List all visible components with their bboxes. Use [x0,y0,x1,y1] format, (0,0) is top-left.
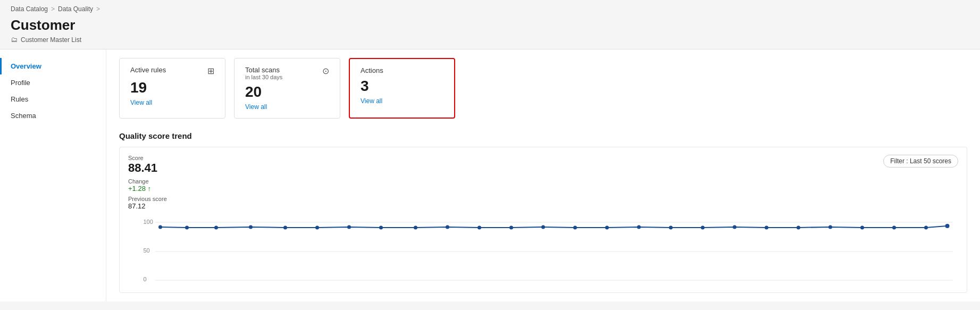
score-value: 88.41 [128,161,167,175]
score-label: Score [128,155,167,161]
quality-trend-chart: 100 50 0 [128,214,958,283]
subtitle-row: 🗂 Customer Master List [11,36,969,44]
actions-card: Actions 3 View all [349,58,455,119]
breadcrumb-sep-2: > [96,5,100,13]
chart-dot [283,226,287,230]
card-header-scans: Total scans in last 30 days ⊙ [245,66,329,80]
page-title: Customer [11,17,969,33]
chart-dot [347,225,351,229]
sidebar-item-profile[interactable]: Profile [0,74,106,91]
score-info: Score 88.41 Change +1.28 ↑ Previous scor… [128,155,167,210]
card-subtitle-scans: in last 30 days [245,74,282,80]
card-title-actions: Actions [361,66,383,74]
cards-row: Active rules ⊞ 19 View all Total scans i… [119,58,967,119]
chart-dot [379,226,383,230]
sidebar-item-overview[interactable]: Overview [0,58,106,74]
chart-dot [637,225,641,229]
sidebar-item-rules[interactable]: Rules [0,91,106,107]
view-all-rules[interactable]: View all [130,99,152,106]
rules-icon: ⊞ [207,66,214,76]
svg-text:0: 0 [144,276,147,282]
breadcrumb-item-1[interactable]: Data Catalog [11,5,48,13]
filter-button[interactable]: Filter : Last 50 scores [883,155,958,167]
chart-dot [701,226,705,230]
chart-dot [249,225,253,229]
page-subtitle: Customer Master List [21,36,81,44]
view-all-actions[interactable]: View all [361,97,382,105]
card-value-scans: 20 [245,83,329,100]
sidebar-label-profile: Profile [11,79,30,87]
prev-score-label: Previous score [128,196,167,202]
sidebar-item-schema[interactable]: Schema [0,107,106,124]
chart-section-title: Quality score trend [119,131,967,140]
chart-dot [541,225,545,229]
card-value-rules: 19 [130,79,214,96]
chart-dot [669,226,673,230]
chart-dot [828,225,832,229]
total-scans-card: Total scans in last 30 days ⊙ 20 View al… [234,58,340,119]
card-header-rules: Active rules ⊞ [130,66,214,76]
change-label: Change [128,178,167,185]
chart-dot [214,226,218,230]
sidebar-label-rules: Rules [11,95,28,103]
chart-dot-last [945,224,950,228]
chart-dot [860,226,864,230]
chart-dot [605,226,609,230]
chart-dot [733,225,736,229]
chart-svg-wrap: 100 50 0 [128,214,958,285]
catalog-icon: 🗂 [11,36,18,44]
view-all-scans[interactable]: View all [245,103,267,111]
card-title-rules: Active rules [130,66,166,74]
card-value-actions: 3 [361,78,443,95]
card-header-actions: Actions [361,66,443,74]
chart-dot [478,226,481,230]
sidebar: Overview Profile Rules Schema [0,49,106,301]
chart-dot [924,226,928,230]
main-layout: Overview Profile Rules Schema Active rul… [0,49,980,301]
chart-dot [797,226,800,230]
page-wrapper: Data Catalog > Data Quality > Customer 🗂… [0,0,980,310]
chart-dot [892,226,896,230]
chart-dot [315,226,319,230]
change-value: +1.28 ↑ [128,185,167,192]
chart-top-row: Score 88.41 Change +1.28 ↑ Previous scor… [128,155,958,210]
breadcrumb: Data Catalog > Data Quality > [0,0,980,15]
chart-dot [446,225,449,229]
breadcrumb-item-2[interactable]: Data Quality [58,5,93,13]
chart-dot [414,226,417,230]
chart-dot [573,226,577,230]
chart-dot [185,226,189,230]
scans-icon: ⊙ [322,66,329,76]
active-rules-card: Active rules ⊞ 19 View all [119,58,225,119]
sidebar-label-overview: Overview [11,62,41,70]
chart-inner: Score 88.41 Change +1.28 ↑ Previous scor… [119,147,967,293]
svg-text:50: 50 [144,247,150,254]
header-section: Customer 🗂 Customer Master List [0,15,980,49]
prev-score-value: 87.12 [128,202,167,210]
chart-section: Quality score trend Score 88.41 Change +… [119,131,967,293]
chart-dot [158,225,162,229]
breadcrumb-sep-1: > [51,5,55,13]
chart-dot [509,226,513,230]
sidebar-label-schema: Schema [11,112,36,120]
chart-dot [765,226,768,230]
svg-text:100: 100 [144,219,153,225]
card-title-scans: Total scans [245,66,282,74]
content-area: Active rules ⊞ 19 View all Total scans i… [106,49,980,301]
